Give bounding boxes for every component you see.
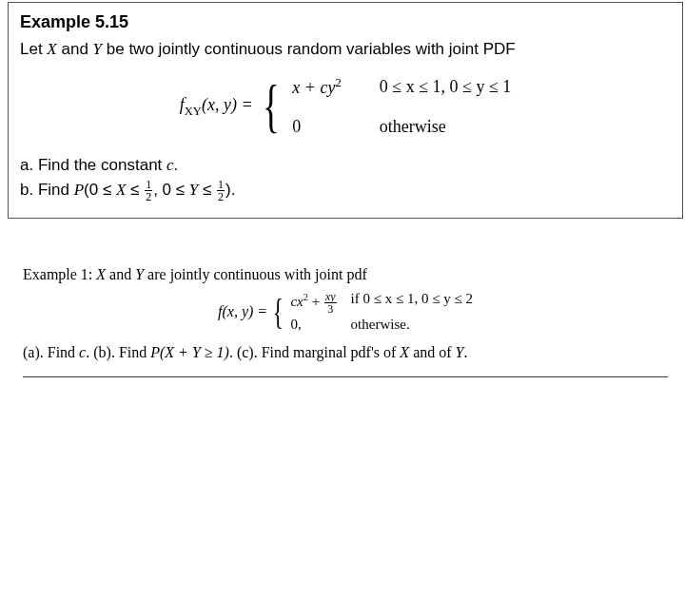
question-a: a. Find the constant c. xyxy=(20,156,671,175)
qb-x: X xyxy=(116,181,126,199)
ex2-suffix: are jointly continuous with joint pdf xyxy=(144,266,367,282)
q2c-x: X xyxy=(400,344,409,360)
case2-condition: otherwise xyxy=(380,117,512,137)
ex2-c1-if: if xyxy=(351,291,363,306)
case1-condition: 0 ≤ x ≤ 1, 0 ≤ y ≤ 1 xyxy=(380,77,512,97)
qa-suffix: . xyxy=(174,156,179,174)
ex2-c1a: cx xyxy=(290,294,303,309)
pdf-equation: fXY(x, y) = { x + cy2 0 ≤ x ≤ 1, 0 ≤ y ≤… xyxy=(20,76,671,137)
q2c-end: . xyxy=(463,344,467,360)
qb-open: (0 ≤ xyxy=(84,181,116,199)
ex2-questions: (a). Find c. (b). Find P(X + Y ≥ 1). (c)… xyxy=(23,344,668,361)
var-y: Y xyxy=(93,40,102,58)
ex2-c1-den: 3 xyxy=(324,303,337,315)
case1-cond-text: 0 ≤ x ≤ 1, 0 ≤ y ≤ 1 xyxy=(380,77,512,96)
qb-prefix: b. Find xyxy=(20,181,74,199)
ex2-case2-expr: 0, xyxy=(290,317,337,333)
qb-y: Y xyxy=(189,181,198,199)
qa-prefix: a. Find the constant xyxy=(20,156,166,174)
example-box-1: Example 5.15 Let X and Y be two jointly … xyxy=(8,2,683,219)
ex2-case1-expr: cx2 + xy3 xyxy=(290,291,337,315)
ex2-and: and xyxy=(106,266,135,282)
ex2-case2-cond: otherwise. xyxy=(351,317,473,333)
q2a: (a). Find xyxy=(23,344,79,360)
var-x: X xyxy=(47,40,56,58)
qa-var: c xyxy=(166,156,174,174)
brace-icon: { xyxy=(263,80,280,133)
ex2-cases-grid: cx2 + xy3 if 0 ≤ x ≤ 1, 0 ≤ y ≤ 2 0, oth… xyxy=(290,291,473,333)
qb-fraction-2: 12 xyxy=(217,179,225,202)
q2b-in: (X + Y ≥ 1) xyxy=(160,344,229,360)
q2c: (c). Find marginal pdf's of xyxy=(237,344,400,360)
qb-f1-den: 2 xyxy=(145,191,152,202)
qb-f2-num: 1 xyxy=(217,179,225,191)
intro-suffix: be two jointly continuous random variabl… xyxy=(102,40,516,58)
case1-expression: x + cy2 xyxy=(292,76,341,98)
ex2-prefix: Example 1: xyxy=(23,266,96,282)
cases-grid: x + cy2 0 ≤ x ≤ 1, 0 ≤ y ≤ 1 0 otherwise xyxy=(292,76,511,137)
ex2-c1-frac: xy3 xyxy=(324,291,337,315)
ex2-x: X xyxy=(96,266,106,282)
question-b: b. Find P(0 ≤ X ≤ 12, 0 ≤ Y ≤ 12). xyxy=(20,179,671,202)
ex2-intro: Example 1: X and Y are jointly continuou… xyxy=(23,266,668,283)
qb-p: P xyxy=(74,181,84,199)
q2b: (b). Find xyxy=(93,344,150,360)
case2-expression: 0 xyxy=(292,117,341,137)
ex2-y: Y xyxy=(135,266,144,282)
example-box-2: Example 1: X and Y are jointly continuou… xyxy=(23,266,668,377)
ex2-c1-cond: 0 ≤ x ≤ 1, 0 ≤ y ≤ 2 xyxy=(363,291,473,306)
qb-fraction-1: 12 xyxy=(145,179,152,202)
intro-text: Let xyxy=(20,40,47,58)
qb-mid: , 0 ≤ xyxy=(153,181,189,199)
q2b-p: P xyxy=(150,344,160,360)
case1-core: x + cy xyxy=(292,78,335,97)
qb-leq2: ≤ xyxy=(198,181,216,199)
qb-leq1: ≤ xyxy=(126,181,144,199)
brace2-icon: { xyxy=(273,298,284,326)
qb-close: ). xyxy=(225,181,235,199)
ex2-equation: f(x, y) = { cx2 + xy3 if 0 ≤ x ≤ 1, 0 ≤ … xyxy=(23,291,668,333)
ex2-case1-cond: if 0 ≤ x ≤ 1, 0 ≤ y ≤ 2 xyxy=(351,291,473,315)
ex2-c1-num: xy xyxy=(324,291,337,303)
intro-and: and xyxy=(57,40,93,58)
equation-lhs: fXY(x, y) = xyxy=(180,95,253,119)
case1-exponent: 2 xyxy=(335,76,341,89)
ex2-lhs: f(x, y) = xyxy=(218,303,267,320)
fn-subscript: XY xyxy=(185,104,202,117)
qb-f1-num: 1 xyxy=(145,179,152,191)
example-intro: Let X and Y be two jointly continuous ra… xyxy=(20,38,671,61)
ex2-c1-plus: + xyxy=(308,294,323,309)
fn-args: (x, y) = xyxy=(202,95,253,114)
example-title: Example 5.15 xyxy=(20,12,671,32)
q2b-end: . xyxy=(229,344,237,360)
q2c-and: and of xyxy=(409,344,455,360)
qb-f2-den: 2 xyxy=(217,191,225,202)
